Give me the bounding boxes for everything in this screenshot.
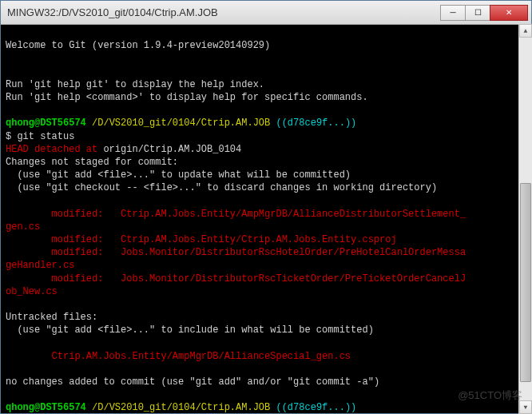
prompt-user: qhong@DST56574 bbox=[6, 402, 86, 413]
hint-checkout: (use "git checkout -- <file>..." to disc… bbox=[6, 182, 437, 193]
help-line-2: Run 'git help <command>' to display help… bbox=[6, 92, 368, 103]
command-input: $ git status bbox=[6, 131, 74, 142]
window-title: MINGW32:/D/VS2010_git/0104/Ctrip.AM.JOB bbox=[7, 6, 441, 18]
head-ref: origin/Ctrip.AM.JOB_0104 bbox=[97, 144, 241, 155]
scroll-thumb[interactable] bbox=[520, 183, 531, 383]
modified-file-4a: Jobs.Monitor/DistributorRscTicketOrder/P… bbox=[121, 273, 466, 285]
minimize-button[interactable]: ─ bbox=[440, 5, 466, 21]
modified-file-3a: Jobs.Monitor/DistributorRscHotelOrder/Pr… bbox=[121, 247, 466, 258]
modified-label: modified: bbox=[6, 209, 121, 220]
modified-file-2: Ctrip.AM.Jobs.Entity/Ctrip.AM.Jobs.Entit… bbox=[121, 234, 397, 245]
scroll-track[interactable] bbox=[519, 38, 532, 400]
prompt-path: /D/VS2010_git/0104/Ctrip.AM.JOB bbox=[86, 402, 270, 413]
modified-label: modified: bbox=[6, 273, 121, 285]
prompt-branch: ((d78ce9f...)) bbox=[270, 402, 356, 413]
window-controls: ─ ☐ ✕ bbox=[441, 5, 528, 21]
summary-line: no changes added to commit (use "git add… bbox=[6, 376, 379, 388]
close-button[interactable]: ✕ bbox=[490, 5, 528, 21]
head-detached-label: HEAD detached at bbox=[6, 144, 97, 155]
watermark: @51CTO博客 bbox=[458, 388, 522, 403]
modified-label: modified: bbox=[6, 247, 121, 258]
prompt-user: qhong@DST56574 bbox=[6, 117, 86, 129]
untracked-file-1: Ctrip.AM.Jobs.Entity/AmpMgrDB/AllianceSp… bbox=[6, 351, 351, 362]
modified-file-3b: geHandler.cs bbox=[6, 260, 74, 271]
changes-header: Changes not staged for commit: bbox=[6, 157, 178, 168]
maximize-button[interactable]: ☐ bbox=[465, 5, 490, 21]
untracked-hint: (use "git add <file>..." to include in w… bbox=[6, 324, 374, 336]
modified-label: modified: bbox=[6, 234, 121, 245]
prompt-branch: ((d78ce9f...)) bbox=[270, 117, 356, 129]
vertical-scrollbar[interactable]: ▲ ▼ bbox=[518, 24, 532, 414]
scroll-up-icon[interactable]: ▲ bbox=[519, 24, 532, 38]
help-line-1: Run 'git help git' to display the help i… bbox=[6, 79, 264, 90]
titlebar[interactable]: MINGW32:/D/VS2010_git/0104/Ctrip.AM.JOB … bbox=[1, 1, 531, 25]
terminal-window: MINGW32:/D/VS2010_git/0104/Ctrip.AM.JOB … bbox=[0, 0, 532, 414]
untracked-header: Untracked files: bbox=[6, 312, 97, 323]
welcome-line: Welcome to Git (version 1.9.4-preview201… bbox=[6, 40, 270, 51]
modified-file-4b: ob_New.cs bbox=[6, 286, 58, 297]
modified-file-1b: gen.cs bbox=[6, 221, 40, 233]
hint-add: (use "git add <file>..." to update what … bbox=[6, 169, 351, 181]
terminal-output[interactable]: Welcome to Git (version 1.9.4-preview201… bbox=[1, 25, 531, 413]
modified-file-1a: Ctrip.AM.Jobs.Entity/AmpMgrDB/AllianceDi… bbox=[121, 209, 466, 220]
prompt-path: /D/VS2010_git/0104/Ctrip.AM.JOB bbox=[86, 117, 270, 129]
